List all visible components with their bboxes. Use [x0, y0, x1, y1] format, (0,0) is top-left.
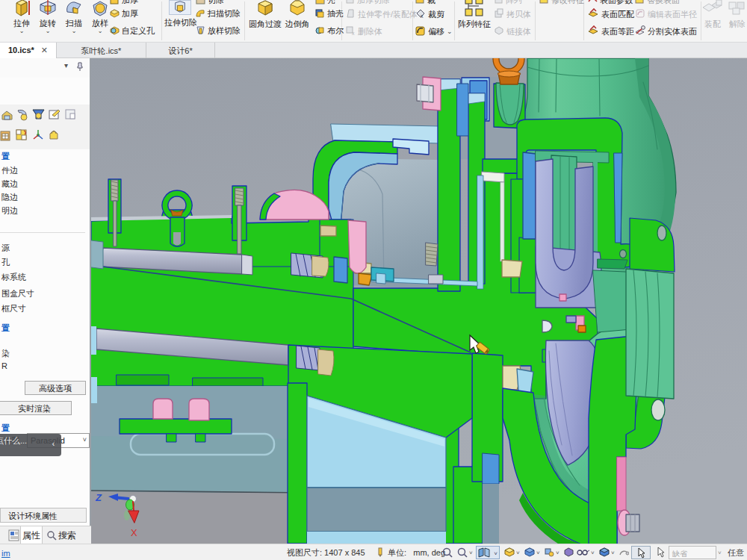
svg-text:Z: Z: [95, 492, 102, 503]
svg-text:x: x: [352, 31, 355, 36]
svg-text:x: x: [421, 13, 424, 19]
svg-text:X: X: [131, 527, 137, 538]
